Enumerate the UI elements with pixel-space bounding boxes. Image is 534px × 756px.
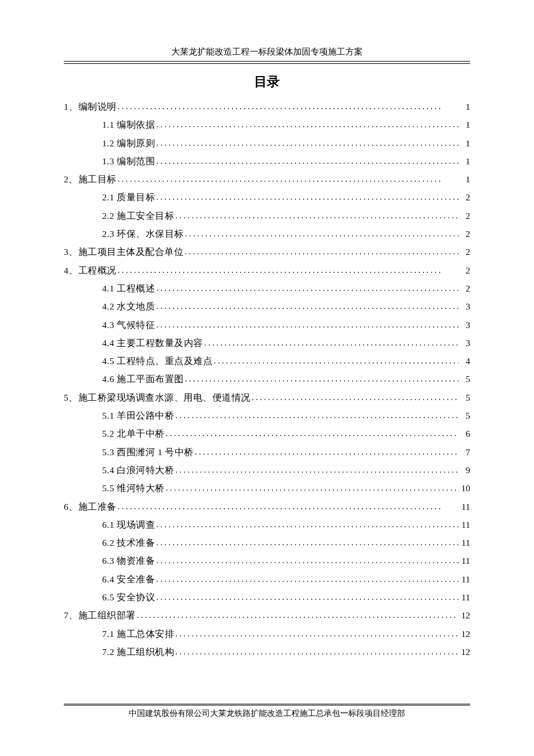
toc-page-number: 11	[460, 552, 470, 570]
toc-entry: 5.2 北单干中桥 6	[64, 424, 470, 442]
toc-label: 3、施工项目主体及配合单位	[64, 243, 183, 261]
toc-entry: 7.2 施工组织机构 12	[64, 643, 470, 661]
toc-leader-dots	[156, 188, 459, 206]
toc-label: 1.1 编制依据	[102, 116, 155, 134]
toc-entry: 3、施工项目主体及配合单位 2	[64, 243, 470, 261]
toc-leader-dots	[214, 352, 459, 370]
toc-leader-dots	[175, 461, 459, 479]
toc-leader-dots	[156, 152, 459, 170]
toc-page-number: 1	[460, 170, 470, 188]
toc-page-number: 1	[460, 152, 470, 170]
toc-entry: 4.2 水文地质 3	[64, 297, 470, 315]
toc-page-number: 2	[460, 279, 470, 297]
toc-label: 6.3 物资准备	[102, 552, 155, 570]
toc-label: 4、工程概况	[64, 261, 117, 279]
table-of-contents: 1、编制说明 11.1 编制依据 11.2 编制原则 11.3 编制范围 12、…	[64, 98, 470, 661]
toc-label: 6.4 安全准备	[102, 570, 155, 588]
toc-page-number: 9	[460, 461, 470, 479]
toc-entry: 6.4 安全准备 11	[64, 570, 470, 588]
toc-entry: 2.2 施工安全目标 2	[64, 207, 470, 225]
toc-leader-dots	[118, 498, 459, 516]
toc-entry: 2、施工目标 1	[64, 170, 470, 188]
toc-entry: 6.1 现场调查 11	[64, 516, 470, 534]
toc-entry: 6.2 技术准备 11	[64, 534, 470, 552]
toc-page-number: 12	[460, 606, 470, 624]
toc-entry: 5.4 白浪河特大桥 9	[64, 461, 470, 479]
toc-label: 4.4 主要工程数量及内容	[102, 334, 203, 352]
toc-label: 1.3 编制范围	[102, 152, 155, 170]
toc-label: 5.3 西围潍河 1 号中桥	[102, 443, 194, 461]
toc-leader-dots	[156, 570, 459, 588]
toc-leader-dots	[118, 261, 459, 279]
toc-leader-dots	[156, 116, 459, 134]
toc-page-number: 6	[460, 424, 470, 442]
toc-leader-dots	[156, 134, 459, 152]
toc-label: 4.5 工程特点、重点及难点	[102, 352, 212, 370]
header-rule	[64, 63, 470, 64]
toc-page-number: 4	[460, 352, 470, 370]
toc-page-number: 12	[460, 625, 470, 643]
toc-leader-dots	[175, 643, 459, 661]
toc-label: 7.1 施工总体安排	[102, 625, 174, 643]
toc-leader-dots	[185, 243, 459, 261]
toc-label: 5、施工桥梁现场调查水源、用电、便道情况	[64, 388, 251, 406]
toc-leader-dots	[252, 388, 459, 406]
toc-label: 7、施工组织部署	[64, 606, 136, 624]
toc-leader-dots	[156, 516, 459, 534]
toc-entry: 4.4 主要工程数量及内容 3	[64, 334, 470, 352]
toc-entry: 7、施工组织部署 12	[64, 606, 470, 624]
toc-leader-dots	[156, 297, 459, 315]
toc-entry: 1、编制说明 1	[64, 98, 470, 116]
toc-entry: 1.3 编制范围 1	[64, 152, 470, 170]
toc-leader-dots	[185, 225, 459, 243]
toc-label: 7.2 施工组织机构	[102, 643, 174, 661]
toc-page-number: 3	[460, 334, 470, 352]
toc-page-number: 11	[460, 498, 470, 516]
toc-entry: 4.3 气候特征 3	[64, 316, 470, 334]
toc-label: 6.5 安全协议	[102, 588, 155, 606]
toc-label: 2.3 环保、水保目标	[102, 225, 184, 243]
toc-page-number: 10	[460, 479, 470, 497]
toc-page-number: 2	[460, 225, 470, 243]
toc-label: 5.2 北单干中桥	[102, 424, 165, 442]
toc-page-number: 1	[460, 98, 470, 116]
toc-label: 4.6 施工平面布置图	[102, 370, 184, 388]
toc-leader-dots	[185, 370, 459, 388]
toc-label: 2.2 施工安全目标	[102, 207, 174, 225]
toc-label: 1、编制说明	[64, 98, 117, 116]
toc-page-number: 11	[460, 588, 470, 606]
toc-leader-dots	[175, 406, 459, 424]
toc-leader-dots	[118, 170, 459, 188]
toc-page-number: 11	[460, 534, 470, 552]
toc-entry: 1.2 编制原则 1	[64, 134, 470, 152]
toc-label: 2.1 质量目标	[102, 188, 155, 206]
toc-leader-dots	[118, 98, 459, 116]
toc-leader-dots	[156, 588, 459, 606]
toc-label: 1.2 编制原则	[102, 134, 155, 152]
toc-leader-dots	[156, 316, 459, 334]
toc-entry: 6、施工准备 11	[64, 498, 470, 516]
toc-leader-dots	[156, 534, 459, 552]
toc-label: 5.5 维河特大桥	[102, 479, 165, 497]
toc-label: 4.1 工程概述	[102, 279, 155, 297]
toc-entry: 7.1 施工总体安排 12	[64, 625, 470, 643]
toc-entry: 5、施工桥梁现场调查水源、用电、便道情况 5	[64, 388, 470, 406]
toc-entry: 4、工程概况 2	[64, 261, 470, 279]
toc-entry: 2.3 环保、水保目标 2	[64, 225, 470, 243]
toc-page-number: 7	[460, 443, 470, 461]
toc-page-number: 2	[460, 207, 470, 225]
toc-entry: 4.6 施工平面布置图 5	[64, 370, 470, 388]
toc-label: 6.1 现场调查	[102, 516, 155, 534]
toc-page-number: 2	[460, 243, 470, 261]
footer-text: 中国建筑股份有限公司大莱龙铁路扩能改造工程施工总承包一标段项目经理部	[64, 705, 470, 719]
toc-title: 目录	[64, 73, 470, 91]
toc-page-number: 1	[460, 134, 470, 152]
toc-label: 5.1 羊田公路中桥	[102, 406, 174, 424]
toc-entry: 5.1 羊田公路中桥 5	[64, 406, 470, 424]
toc-page-number: 2	[460, 261, 470, 279]
toc-entry: 1.1 编制依据 1	[64, 116, 470, 134]
toc-entry: 4.5 工程特点、重点及难点 4	[64, 352, 470, 370]
toc-entry: 6.5 安全协议 11	[64, 588, 470, 606]
toc-entry: 4.1 工程概述 2	[64, 279, 470, 297]
toc-label: 5.4 白浪河特大桥	[102, 461, 174, 479]
